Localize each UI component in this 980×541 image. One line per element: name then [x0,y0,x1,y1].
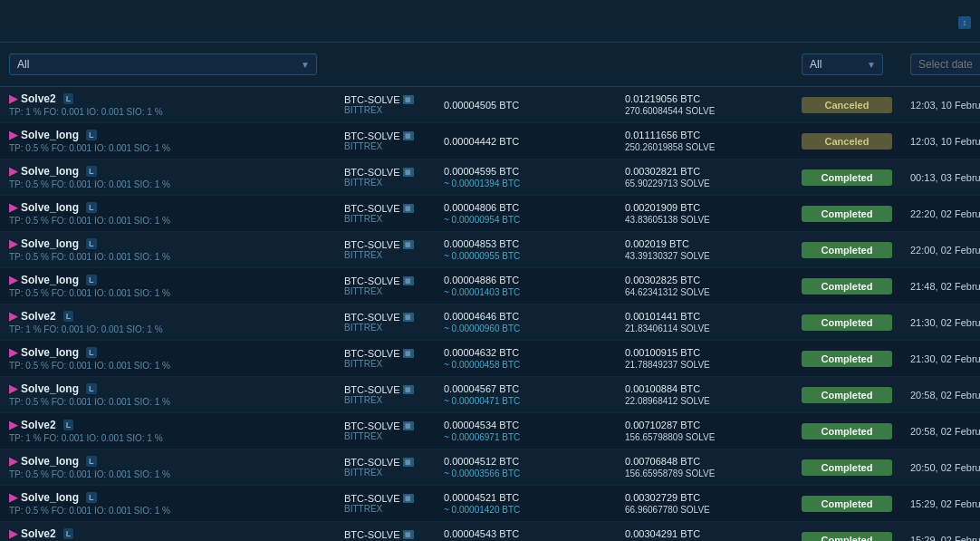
chart-icon: ▦ [403,240,414,249]
tp-main-value: 0.00004806 BTC [444,202,607,213]
col-header-pair [335,15,435,26]
chart-icon: ▦ [403,204,414,213]
table-row[interactable]: ▶ Solve_long L TP: 0.5 % FO: 0.001 IO: 0… [0,486,980,522]
bot-cell: ▶ Solve2 L TP: 1 % FO: 0.001 IO: 0.001 S… [0,413,335,449]
table-row[interactable]: ▶ Solve_long L TP: 0.5 % FO: 0.001 IO: 0… [0,232,980,268]
bot-direction-icon: ▶ [9,237,17,250]
vol-main-value: 0.00201909 BTC [625,202,783,213]
chart-icon: ▦ [403,530,414,539]
status-filter-select[interactable]: All [802,53,883,75]
pair-name: BTC-SOLVE ▦ [344,167,426,178]
status-badge: Completed [802,496,892,512]
pair-cell: BTC-SOLVE ▦ BITTREX [335,159,435,195]
col-header-status [793,15,901,26]
bot-name: ▶ Solve_long L [9,201,326,214]
table-row[interactable]: ▶ Solve_long L TP: 0.5 % FO: 0.001 IO: 0… [0,159,980,196]
tp-cell: 0.00004567 BTC ~ 0.00000471 BTC [435,377,616,412]
vol-main-value: 0.00100915 BTC [625,347,783,358]
exchange-label: BITTREX [344,468,426,478]
pair-text: BTC-SOLVE [344,167,400,178]
vol-cell: 0.002019 BTC 43.39130327 SOLVE [616,232,793,267]
pair-text: BTC-SOLVE [344,384,400,395]
bot-name: ▶ Solve_long L [9,382,326,395]
updated-time: 20:58, 02 February [910,426,980,437]
bot-title: Solve_long [21,455,79,468]
bot-cell: ▶ Solve_long L TP: 0.5 % FO: 0.001 IO: 0… [0,196,335,231]
pair-cell: BTC-SOLVE ▦ BITTREX [335,413,435,449]
bot-params: TP: 0.5 % FO: 0.001 IO: 0.001 SIO: 1 % [9,143,326,153]
updated-cell: 15:29, 02 February [901,522,980,541]
table-row[interactable]: ▶ Solve_long L TP: 0.5 % FO: 0.001 IO: 0… [0,123,980,159]
status-cell: Completed [793,377,901,412]
tp-main-value: 0.00004442 BTC [444,136,607,147]
pair-text: BTC-SOLVE [344,493,400,504]
table-row[interactable]: ▶ Solve2 L TP: 1 % FO: 0.001 IO: 0.001 S… [0,87,980,123]
chart-icon: ▦ [403,95,414,104]
updated-cell: 22:00, 02 February [901,232,980,267]
vol-main-value: 0.00710287 BTC [625,420,783,430]
table-row[interactable]: ▶ Solve2 L TP: 1 % FO: 0.001 IO: 0.001 S… [0,413,980,449]
tp-main-value: 0.00004543 BTC [444,528,607,539]
bot-name: ▶ Solve_long L [9,455,326,468]
pair-cell: BTC-SOLVE ▦ BITTREX [335,232,435,267]
table-row[interactable]: ▶ Solve2 L TP: 1 % FO: 0.001 IO: 0.001 S… [0,304,980,341]
table-row[interactable]: ▶ Solve_long L TP: 0.5 % FO: 0.001 IO: 0… [0,449,980,486]
tp-main-value: 0.00004853 BTC [444,238,607,249]
bot-name: ▶ Solve_long L [9,346,326,359]
bot-name: ▶ Solve2 L [9,92,326,105]
bot-params: TP: 1 % FO: 0.001 IO: 0.001 SIO: 1 % [9,324,326,334]
bot-direction-icon: ▶ [9,491,17,504]
table-row[interactable]: ▶ Solve2 L TP: 1 % FO: 0.001 IO: 0.001 S… [0,522,980,541]
tp-sub-value: ~ 0.00000471 BTC [444,396,607,406]
bot-name: ▶ Solve2 L [9,419,326,431]
table-row[interactable]: ▶ Solve_long L TP: 0.5 % FO: 0.001 IO: 0… [0,268,980,304]
bot-params: TP: 1 % FO: 0.001 IO: 0.001 SIO: 1 % [9,433,326,443]
vol-cell: 0.00304291 BTC 66.98019597 SOLVE [616,522,793,541]
col-header-takeprofit [435,15,616,26]
table-row[interactable]: ▶ Solve_long L TP: 0.5 % FO: 0.001 IO: 0… [0,377,980,413]
pair-text: BTC-SOLVE [344,130,400,141]
status-badge: Canceled [802,133,892,150]
date-filter-input[interactable] [910,53,980,75]
pair-name: BTC-SOLVE ▦ [344,529,426,540]
status-badge: Completed [802,206,892,222]
tp-cell: 0.00004534 BTC ~ 0.00006971 BTC [435,413,616,449]
vol-sub-value: 156.65958789 SOLVE [625,469,783,478]
bot-direction-icon: ▶ [9,129,17,141]
table-row[interactable]: ▶ Solve_long L TP: 0.5 % FO: 0.001 IO: 0… [0,341,980,377]
tp-sub-value: ~ 0.00006971 BTC [444,432,607,442]
tp-sub-value: ~ 0.00000458 BTC [444,360,607,370]
bot-title: Solve_long [21,346,79,359]
pair-name: BTC-SOLVE ▦ [344,239,426,250]
tp-cell: 0.00004853 BTC ~ 0.00000955 BTC [435,232,616,267]
vol-main-value: 0.002019 BTC [625,238,783,249]
tp-sub-value: ~ 0.00000960 BTC [444,324,607,333]
bot-filter-select[interactable]: All [9,53,317,75]
tp-main-value: 0.00004534 BTC [444,420,607,430]
bot-params: TP: 0.5 % FO: 0.001 IO: 0.001 SIO: 1 % [9,252,326,262]
status-badge: Completed [802,314,892,331]
bot-direction-icon: ▶ [9,346,17,359]
tp-filter-cell [435,59,616,70]
sort-icon[interactable]: ↕ [958,16,971,29]
bot-name: ▶ Solve2 L [9,527,326,540]
bot-params: TP: 0.5 % FO: 0.001 IO: 0.001 SIO: 1 % [9,179,326,189]
vol-main-value: 0.00101441 BTC [625,311,783,322]
vol-cell: 0.00302825 BTC 64.62341312 SOLVE [616,268,793,304]
bot-direction-icon: ▶ [9,274,17,286]
pair-name: BTC-SOLVE ▦ [344,384,426,395]
pair-cell: BTC-SOLVE ▦ BITTREX [335,196,435,231]
updated-time: 21:48, 02 February [910,281,980,292]
bot-label-badge: L [86,383,97,394]
tp-main-value: 0.00004505 BTC [444,100,607,111]
bot-history-table: ↕ All ▼ All ▼ [0,0,980,541]
chart-icon: ▦ [403,349,414,358]
table-row[interactable]: ▶ Solve_long L TP: 0.5 % FO: 0.001 IO: 0… [0,196,980,232]
updated-cell: 22:20, 02 February [901,196,980,231]
col-header-updated: ↕ [901,7,980,34]
pair-name: BTC-SOLVE ▦ [344,312,426,323]
bot-label-badge: L [86,238,97,249]
chart-icon: ▦ [403,131,414,140]
vol-cell: 0.00706848 BTC 156.65958789 SOLVE [616,449,793,485]
chart-icon: ▦ [403,385,414,394]
